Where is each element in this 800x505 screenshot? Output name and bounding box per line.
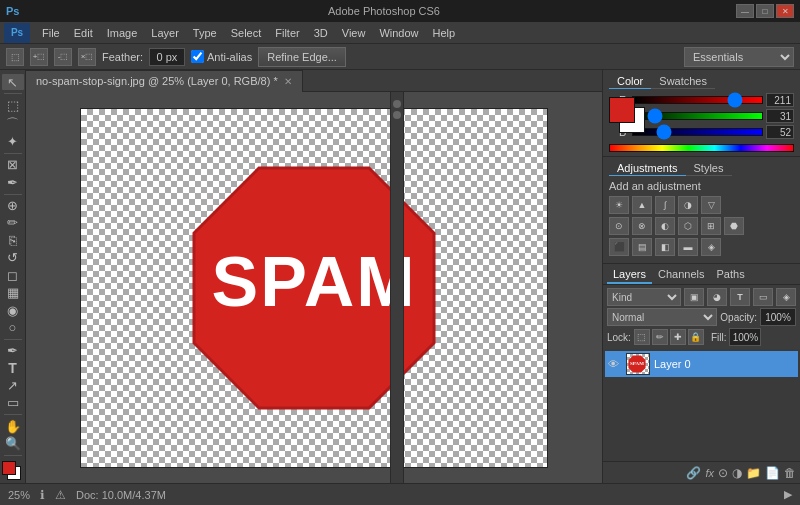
info-icon[interactable]: ℹ: [40, 488, 45, 502]
add-selection-btn[interactable]: +⬚: [30, 48, 48, 66]
layer-item-0[interactable]: 👁 SPAM Layer 0: [605, 351, 798, 377]
panel-collapse-handle[interactable]: [390, 92, 404, 483]
menu-image[interactable]: Image: [101, 25, 144, 41]
color-spectrum-bar[interactable]: [609, 144, 794, 152]
red-value[interactable]: 211: [766, 93, 794, 107]
swatches-tab[interactable]: Swatches: [651, 74, 715, 89]
pen-tool[interactable]: ✒: [2, 342, 24, 358]
workspace-select[interactable]: Essentials Photography Painting: [684, 47, 794, 67]
green-slider[interactable]: [632, 112, 763, 120]
eraser-tool[interactable]: ◻: [2, 267, 24, 283]
brightness-contrast-icon[interactable]: ☀: [609, 196, 629, 214]
styles-tab[interactable]: Styles: [686, 161, 732, 176]
clone-stamp-tool[interactable]: ⎘: [2, 232, 24, 248]
menu-edit[interactable]: Edit: [68, 25, 99, 41]
move-tool[interactable]: ↖: [2, 74, 24, 90]
close-button[interactable]: ✕: [776, 4, 794, 18]
history-brush-tool[interactable]: ↺: [2, 250, 24, 266]
healing-brush-tool[interactable]: ⊕: [2, 197, 24, 213]
subtract-selection-btn[interactable]: -⬚: [54, 48, 72, 66]
layer-fx-icon[interactable]: fx: [705, 467, 714, 479]
magic-wand-tool[interactable]: ✦: [2, 134, 24, 150]
filter-shape-icon[interactable]: ▭: [753, 288, 773, 306]
filter-smart-icon[interactable]: ◈: [776, 288, 796, 306]
new-group-icon[interactable]: 📁: [746, 466, 761, 480]
lock-position-btn[interactable]: ✚: [670, 329, 686, 345]
lasso-tool[interactable]: ⌒: [2, 115, 24, 133]
anti-alias-checkbox[interactable]: [191, 50, 204, 63]
layer-adjustment-icon[interactable]: ◑: [732, 466, 742, 480]
blue-slider[interactable]: [632, 128, 763, 136]
paths-tab[interactable]: Paths: [711, 266, 751, 284]
lock-all-btn[interactable]: 🔒: [688, 329, 704, 345]
eyedropper-tool[interactable]: ✒: [2, 174, 24, 190]
layer-mask-icon[interactable]: ⊙: [718, 466, 728, 480]
feather-input[interactable]: [149, 48, 185, 66]
document-tab[interactable]: no-spam-stop-sign.jpg @ 25% (Layer 0, RG…: [26, 70, 303, 92]
color-balance-icon[interactable]: ⊗: [632, 217, 652, 235]
color-lookup-icon[interactable]: ⬣: [724, 217, 744, 235]
opacity-input[interactable]: 100%: [760, 308, 796, 326]
threshold-icon[interactable]: ◧: [655, 238, 675, 256]
delete-layer-icon[interactable]: 🗑: [784, 466, 796, 480]
adjustments-tab[interactable]: Adjustments: [609, 161, 686, 176]
bw-icon[interactable]: ◐: [655, 217, 675, 235]
text-tool[interactable]: T: [2, 360, 24, 376]
blur-tool[interactable]: ◉: [2, 302, 24, 318]
menu-select[interactable]: Select: [225, 25, 268, 41]
fill-input[interactable]: 100%: [729, 328, 761, 346]
marquee-tool[interactable]: ⬚: [2, 97, 24, 113]
blue-value[interactable]: 52: [766, 125, 794, 139]
red-slider[interactable]: [632, 96, 763, 104]
foreground-color[interactable]: [2, 461, 16, 475]
menu-type[interactable]: Type: [187, 25, 223, 41]
warning-icon[interactable]: ⚠: [55, 488, 66, 502]
menu-filter[interactable]: Filter: [269, 25, 305, 41]
filter-kind-select[interactable]: Kind: [607, 288, 681, 306]
menu-view[interactable]: View: [336, 25, 372, 41]
filter-text-icon[interactable]: T: [730, 288, 750, 306]
shape-tool[interactable]: ▭: [2, 395, 24, 411]
filter-adjust-icon[interactable]: ◕: [707, 288, 727, 306]
menu-3d[interactable]: 3D: [308, 25, 334, 41]
channels-tab[interactable]: Channels: [652, 266, 710, 284]
refine-edge-button[interactable]: Refine Edge...: [258, 47, 346, 67]
curves-icon[interactable]: ∫: [655, 196, 675, 214]
lock-image-btn[interactable]: ✏: [652, 329, 668, 345]
new-layer-icon[interactable]: 📄: [765, 466, 780, 480]
zoom-tool[interactable]: 🔍: [2, 435, 24, 451]
levels-icon[interactable]: ▲: [632, 196, 652, 214]
foreground-swatch[interactable]: [609, 97, 635, 123]
tab-close-button[interactable]: ✕: [284, 76, 292, 87]
menu-help[interactable]: Help: [427, 25, 462, 41]
crop-tool[interactable]: ⊠: [2, 157, 24, 173]
menu-layer[interactable]: Layer: [145, 25, 185, 41]
menu-window[interactable]: Window: [373, 25, 424, 41]
channel-mixer-icon[interactable]: ⊞: [701, 217, 721, 235]
hand-tool[interactable]: ✋: [2, 418, 24, 434]
photo-filter-icon[interactable]: ⬡: [678, 217, 698, 235]
marquee-options-btn[interactable]: ⬚: [6, 48, 24, 66]
color-tab[interactable]: Color: [609, 74, 651, 89]
gradient-map-icon[interactable]: ▬: [678, 238, 698, 256]
vibrance-icon[interactable]: ▽: [701, 196, 721, 214]
maximize-button[interactable]: □: [756, 4, 774, 18]
posterize-icon[interactable]: ▤: [632, 238, 652, 256]
intersect-selection-btn[interactable]: ×⬚: [78, 48, 96, 66]
layer-visibility-icon[interactable]: 👁: [608, 358, 622, 370]
layer-link-icon[interactable]: 🔗: [686, 466, 701, 480]
filter-pixel-icon[interactable]: ▣: [684, 288, 704, 306]
brush-tool[interactable]: ✏: [2, 215, 24, 231]
arrow-icon[interactable]: ▶: [784, 488, 792, 501]
hsl-icon[interactable]: ⊙: [609, 217, 629, 235]
path-select-tool[interactable]: ↗: [2, 377, 24, 393]
invert-icon[interactable]: ⬛: [609, 238, 629, 256]
lock-transparency-btn[interactable]: ⬚: [634, 329, 650, 345]
gradient-tool[interactable]: ▦: [2, 284, 24, 300]
green-value[interactable]: 31: [766, 109, 794, 123]
layers-tab[interactable]: Layers: [607, 266, 652, 284]
selective-color-icon[interactable]: ◈: [701, 238, 721, 256]
blend-mode-select[interactable]: Normal Multiply Screen: [607, 308, 717, 326]
exposure-icon[interactable]: ◑: [678, 196, 698, 214]
minimize-button[interactable]: —: [736, 4, 754, 18]
